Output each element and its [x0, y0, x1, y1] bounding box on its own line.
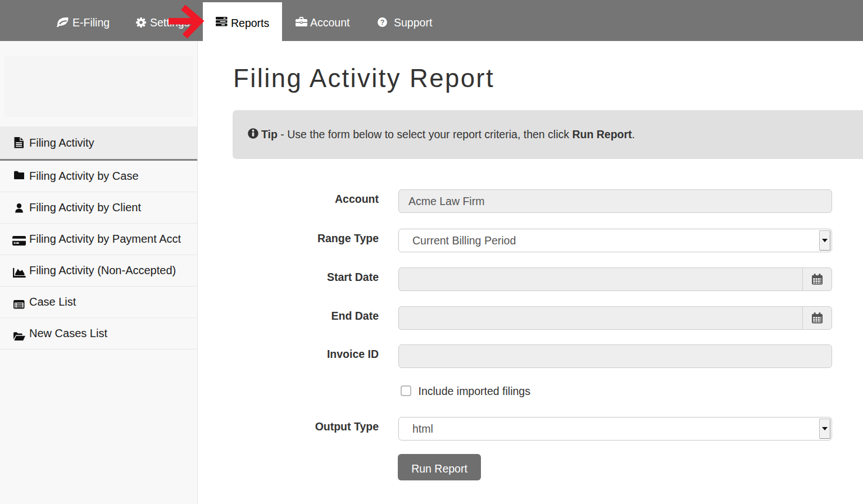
svg-text:?: ? [380, 19, 385, 26]
